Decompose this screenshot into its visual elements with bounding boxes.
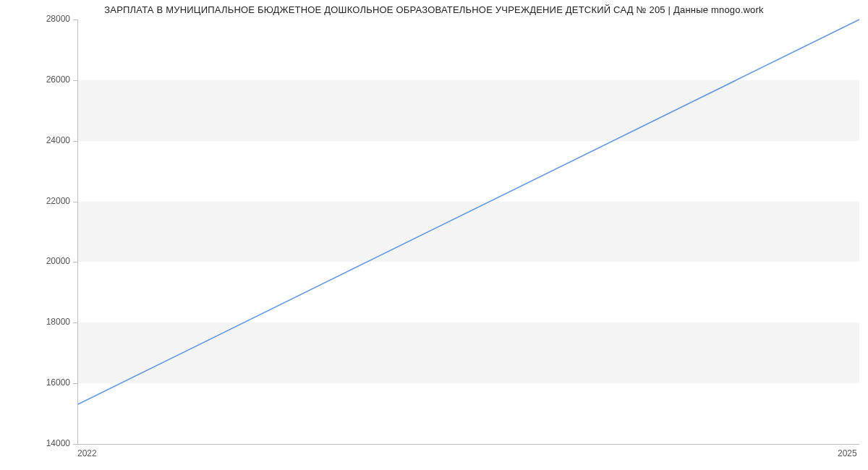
y-tick-label: 28000	[37, 14, 70, 24]
data-line	[77, 20, 859, 404]
y-axis-line	[77, 20, 78, 444]
y-tick-mark	[73, 141, 77, 142]
line-series-layer	[77, 20, 859, 444]
plot-area	[77, 20, 859, 444]
y-tick-mark	[73, 202, 77, 202]
y-tick-label: 16000	[37, 377, 70, 388]
x-tick-label: 2022	[77, 448, 97, 458]
y-tick-mark	[73, 20, 77, 20]
y-tick-mark	[73, 80, 77, 81]
y-tick-label: 20000	[37, 256, 70, 266]
y-tick-mark	[73, 262, 77, 262]
y-tick-label: 24000	[37, 135, 70, 145]
y-tick-label: 14000	[37, 438, 70, 448]
chart-container: ЗАРПЛАТА В МУНИЦИПАЛЬНОЕ БЮДЖЕТНОЕ ДОШКО…	[0, 0, 868, 470]
y-tick-label: 22000	[37, 196, 70, 206]
x-axis-line	[77, 444, 859, 445]
chart-title: ЗАРПЛАТА В МУНИЦИПАЛЬНОЕ БЮДЖЕТНОЕ ДОШКО…	[0, 4, 868, 15]
x-tick-label: 2025	[838, 448, 857, 458]
y-tick-label: 26000	[37, 74, 70, 85]
y-tick-label: 18000	[37, 317, 70, 327]
y-tick-mark	[73, 322, 77, 323]
y-tick-mark	[73, 444, 77, 445]
y-tick-mark	[73, 383, 77, 384]
